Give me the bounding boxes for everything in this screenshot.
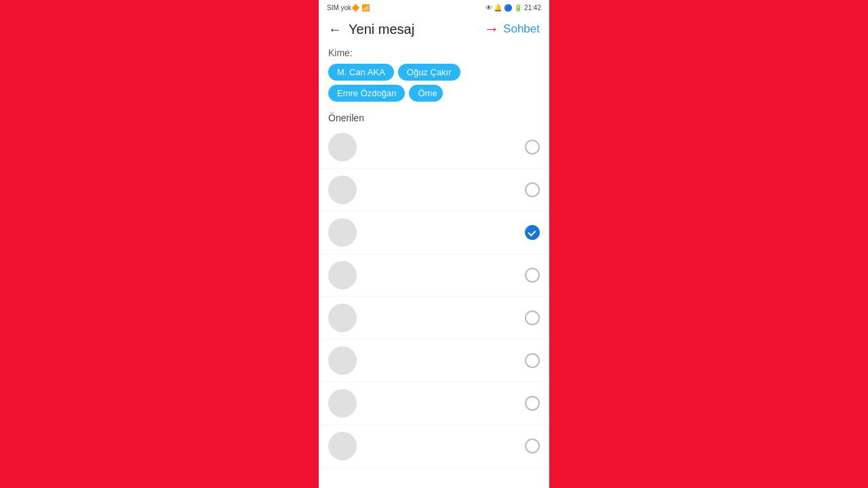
sohbet-button[interactable]: Sohbet (503, 22, 540, 36)
radio-button[interactable] (525, 353, 540, 368)
status-left: SIM yok🔶 📶 (327, 4, 370, 12)
avatar (328, 261, 357, 289)
list-item (319, 126, 549, 169)
tag-oguz-cakir[interactable]: Oğuz Çakır (398, 64, 460, 81)
list-item (319, 382, 549, 425)
avatar (328, 304, 357, 332)
list-area (319, 126, 549, 488)
list-item-left (328, 133, 365, 161)
list-item (319, 297, 549, 340)
avatar (328, 218, 357, 247)
radio-button[interactable] (525, 182, 540, 197)
list-item (319, 254, 549, 297)
tag-emre-ozdogan[interactable]: Emre Özdoğan (328, 85, 405, 102)
radio-button[interactable] (525, 268, 540, 283)
tag-m-can-aka[interactable]: M. Can AKA (328, 64, 394, 81)
radio-button[interactable] (525, 439, 540, 453)
list-item-left (328, 346, 365, 375)
list-item-left (328, 176, 365, 204)
status-bar: SIM yok🔶 📶 👁 🔔 🔵 🔋 21:42 (319, 0, 549, 15)
list-item (319, 211, 549, 254)
list-item (319, 425, 549, 468)
radio-button[interactable] (525, 140, 540, 155)
header-left: ← Yeni mesaj (328, 22, 414, 37)
radio-button[interactable] (525, 310, 540, 325)
list-item (319, 340, 549, 382)
radio-button[interactable] (525, 396, 540, 411)
list-item-left (328, 304, 365, 332)
list-item-left (328, 261, 365, 289)
status-right: 👁 🔔 🔵 🔋 21:42 (486, 4, 541, 12)
list-item-left (328, 218, 365, 247)
avatar (328, 432, 357, 460)
list-item-left (328, 432, 365, 460)
phone-screen: SIM yok🔶 📶 👁 🔔 🔵 🔋 21:42 ← Yeni mesaj → … (319, 0, 549, 488)
kime-label: Kime: (319, 43, 549, 61)
arrow-right-icon: → (484, 20, 499, 38)
avatar (328, 389, 357, 418)
onerilen-label: Önerilen (319, 107, 549, 126)
list-item (319, 169, 549, 211)
header-right: → Sohbet (484, 20, 540, 38)
avatar (328, 133, 357, 161)
status-time: 21:42 (524, 4, 541, 12)
header: ← Yeni mesaj → Sohbet (319, 15, 549, 43)
avatar (328, 176, 357, 204)
radio-button-checked[interactable] (525, 225, 540, 240)
back-button[interactable]: ← (328, 22, 342, 37)
page-title: Yeni mesaj (349, 22, 414, 37)
status-icons: 👁 🔔 🔵 🔋 (486, 4, 522, 12)
list-item-left (328, 389, 365, 418)
avatar (328, 346, 357, 375)
tag-omer[interactable]: Öme (409, 85, 443, 102)
tags-container: M. Can AKA Oğuz Çakır Emre Özdoğan Öme (319, 61, 549, 107)
